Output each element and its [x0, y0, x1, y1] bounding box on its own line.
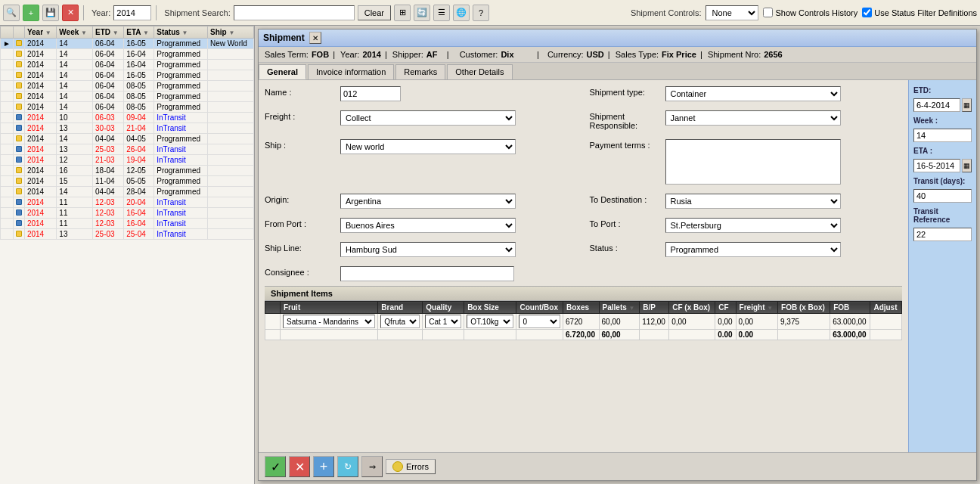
table-row[interactable]: 2014 14 06-04 08-05 Programmed: [1, 92, 254, 102]
globe-icon[interactable]: 🌐: [453, 5, 470, 21]
table-row[interactable]: 2014 10 06-03 09-04 InTransit: [1, 113, 254, 123]
origin-select[interactable]: Argentina: [340, 194, 516, 209]
col-week[interactable]: Week ▼: [57, 26, 93, 39]
ship-cell: [208, 219, 254, 229]
year-input[interactable]: [113, 5, 151, 20]
shipline-select[interactable]: Hamburg Sud: [340, 242, 516, 257]
table-row[interactable]: 2014 11 12-03 16-04 InTransit: [1, 219, 254, 229]
save-button[interactable]: ✓: [265, 456, 286, 477]
col-eta[interactable]: ETA ▼: [124, 26, 154, 39]
export-button[interactable]: ⇒: [361, 456, 383, 477]
etd-input[interactable]: [913, 98, 960, 112]
list-icon[interactable]: ☰: [433, 5, 450, 21]
table-row[interactable]: 2014 13 25-03 26-04 InTransit: [1, 144, 254, 155]
items-col-freight[interactable]: Freight ▼: [736, 302, 777, 314]
items-col-fobbox[interactable]: FOB (x Box): [778, 302, 830, 314]
items-col-boxes[interactable]: Boxes: [563, 302, 600, 314]
tab-remarks[interactable]: Remarks: [395, 64, 445, 79]
dialog-close-button[interactable]: ✕: [309, 32, 321, 44]
items-col-fob[interactable]: FOB: [830, 302, 870, 314]
ship-select[interactable]: New world: [340, 139, 516, 154]
controls-select[interactable]: None: [706, 5, 758, 20]
table-row[interactable]: 2014 16 18-04 12-05 Programmed: [1, 166, 254, 176]
tab-invoice[interactable]: Invoice information: [308, 64, 394, 79]
table-row[interactable]: 2014 14 06-04 16-04 Programmed: [1, 60, 254, 70]
table-row[interactable]: 2014 15 11-04 05-05 Programmed: [1, 176, 254, 187]
show-history-checkbox[interactable]: [763, 8, 773, 17]
refresh-icon[interactable]: 🔄: [414, 5, 430, 21]
col-status[interactable]: Status ▼: [154, 26, 208, 39]
toport-select[interactable]: St.Petersburg: [665, 218, 841, 233]
items-col-cf[interactable]: CF: [715, 302, 736, 314]
grid-icon[interactable]: ⊞: [394, 5, 411, 21]
shiptype-select[interactable]: Container: [665, 86, 841, 101]
table-row[interactable]: 2014 11 12-03 20-04 InTransit: [1, 197, 254, 208]
col-etd[interactable]: ETD ▼: [93, 26, 124, 39]
nav-cell: [1, 102, 14, 113]
items-cell-fruit[interactable]: Satsuma - Mandarins: [281, 314, 378, 330]
items-col-cfbox[interactable]: CF (x Box): [669, 302, 715, 314]
responsible-select[interactable]: Jannet: [665, 110, 841, 126]
items-col-bp[interactable]: B/P: [640, 302, 669, 314]
countbox-select[interactable]: 0: [519, 315, 560, 328]
boxsize-select[interactable]: OT.10kg: [467, 315, 513, 328]
destination-select[interactable]: Rusia: [665, 194, 841, 209]
search-input[interactable]: [234, 5, 355, 20]
consignee-input[interactable]: [340, 266, 514, 281]
table-row[interactable]: 2014 11 12-03 16-04 InTransit: [1, 208, 254, 219]
refresh-button[interactable]: ↻: [337, 456, 358, 477]
transit-days-input[interactable]: [913, 189, 972, 203]
etd-calendar-button[interactable]: ▦: [962, 98, 972, 112]
table-row[interactable]: 2014 14 06-04 16-04 Programmed: [1, 49, 254, 60]
delete-icon[interactable]: ✕: [62, 5, 79, 21]
table-row[interactable]: 2014 12 21-03 19-04 InTransit: [1, 155, 254, 166]
items-col-countbox[interactable]: Count/Box: [516, 302, 563, 314]
search-icon[interactable]: 🔍: [3, 5, 20, 21]
items-col-boxsize[interactable]: Box Size: [464, 302, 516, 314]
items-cell-countbox[interactable]: 0: [516, 314, 563, 330]
week-input[interactable]: [913, 129, 972, 142]
save-icon[interactable]: 💾: [42, 5, 59, 21]
cancel-button[interactable]: ✕: [289, 456, 310, 477]
status-select[interactable]: Programmed: [665, 242, 841, 257]
shiptype-label: Shipment type:: [590, 86, 665, 97]
items-cell-quality[interactable]: Cat 1: [423, 314, 464, 330]
errors-button[interactable]: Errors: [386, 459, 436, 474]
table-row[interactable]: 2014 13 30-03 21-04 InTransit: [1, 123, 254, 134]
freight-select[interactable]: Collect: [340, 110, 516, 126]
transit-ref-input[interactable]: [913, 228, 972, 241]
items-cell-brand[interactable]: Qfruta: [378, 314, 423, 330]
use-filter-checkbox[interactable]: [862, 8, 872, 17]
help-icon[interactable]: ?: [473, 5, 489, 21]
items-col-fruit[interactable]: Fruit: [281, 302, 378, 314]
fromport-select[interactable]: Buenos Aires: [340, 218, 516, 233]
table-row[interactable]: ► 2014 14 06-04 16-05 Programmed New Wor…: [1, 39, 254, 49]
add-icon[interactable]: +: [23, 5, 39, 21]
brand-select[interactable]: Qfruta: [380, 315, 420, 328]
tab-general[interactable]: General: [259, 64, 306, 79]
items-col-brand[interactable]: Brand: [378, 302, 423, 314]
add-row-button[interactable]: +: [313, 456, 334, 477]
fruit-select[interactable]: Satsuma - Mandarins: [283, 315, 375, 328]
items-cell-boxsize[interactable]: OT.10kg: [464, 314, 516, 330]
table-row[interactable]: 2014 14 06-04 08-05 Programmed: [1, 81, 254, 92]
items-col-pallets[interactable]: Pallets ▼: [599, 302, 640, 314]
items-col-quality[interactable]: Quality: [423, 302, 464, 314]
indicator-cell: [13, 208, 24, 219]
table-row[interactable]: 2014 14 06-04 08-05 Programmed: [1, 102, 254, 113]
table-row[interactable]: 2014 13 25-03 25-04 InTransit: [1, 229, 254, 240]
tab-other[interactable]: Other Details: [447, 64, 512, 79]
table-row[interactable]: 2014 14 04-04 04-05 Programmed: [1, 134, 254, 144]
col-year[interactable]: Year ▼: [24, 26, 56, 39]
col-ship[interactable]: Ship ▼: [208, 26, 254, 39]
name-input[interactable]: [340, 86, 401, 101]
quality-select[interactable]: Cat 1: [425, 315, 461, 328]
table-row[interactable]: 2014 14 06-04 16-05 Programmed: [1, 70, 254, 81]
eta-calendar-button[interactable]: ▦: [962, 159, 972, 172]
eta-input[interactable]: [913, 159, 960, 172]
payment-textarea[interactable]: [665, 139, 841, 185]
etd-label: ETD:: [913, 86, 972, 95]
clear-button[interactable]: Clear: [358, 5, 391, 20]
items-col-adjust[interactable]: Adjust: [870, 302, 902, 314]
table-row[interactable]: 2014 14 04-04 28-04 Programmed: [1, 187, 254, 197]
